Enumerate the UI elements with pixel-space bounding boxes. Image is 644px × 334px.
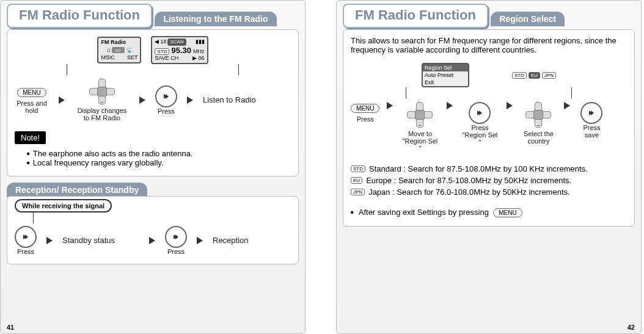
arrow-icon	[59, 96, 65, 104]
reception-caption: Reception	[213, 236, 249, 245]
pointer-line	[33, 212, 34, 223]
play-button[interactable]	[469, 102, 491, 124]
pointer-line	[238, 64, 239, 75]
mode-desc: Europe : Search for 87.5-108.0MHz by 50K…	[366, 176, 571, 185]
radio-tile-icon: ▭	[112, 47, 125, 54]
select-country-caption: Select the country	[520, 130, 557, 145]
note-item: Local frequency ranges vary globally.	[27, 158, 291, 167]
dpad[interactable]: +−	[525, 102, 551, 128]
display-changes-caption: Display changes to FM Radio	[75, 107, 130, 122]
section-region: This allows to search for FM frequency r…	[343, 29, 635, 227]
page-number: 42	[628, 324, 635, 331]
jpn-badge: JPN	[351, 189, 365, 195]
play-button[interactable]	[155, 85, 177, 107]
antenna-icon: 📡	[126, 47, 133, 54]
ch-num: 06	[199, 55, 205, 61]
menu-button[interactable]: MENU	[351, 104, 379, 113]
arrow-icon	[447, 102, 453, 109]
freq-value: 95.30	[171, 46, 191, 56]
preset-num: 18	[160, 38, 166, 45]
arrow-icon	[187, 96, 193, 104]
menu-button[interactable]: MENU	[17, 88, 46, 97]
region-menu-header: Region Sel	[423, 64, 468, 71]
exit-note: After saving exit Settings by pressing	[359, 208, 489, 217]
region-intro: This allows to search for FM frequency r…	[351, 36, 627, 54]
music-note-icon: ♫	[106, 47, 111, 54]
press-caption: Press	[165, 248, 187, 255]
press-caption: Press	[155, 107, 177, 115]
page-41: FM Radio Function Listening to the FM Ra…	[0, 0, 306, 334]
save-ch-label: SAVE CH	[155, 55, 178, 62]
signal-callout: While receiving the signal	[15, 199, 112, 212]
press-caption: Press	[15, 248, 37, 255]
region-menu-item: Exit	[423, 79, 468, 86]
mode-desc: Japan : Search for 76.0-108.0MHz by 50KH…	[368, 187, 570, 197]
std-badge: STD	[351, 165, 365, 172]
listen-caption: Listen to Radio	[203, 95, 256, 104]
arrow-icon	[564, 102, 570, 109]
fm-freq-screen: ◀ 18 SCAN ▮▮▮ STD 95.30 MHz SAVE CH ▶ 06	[151, 36, 208, 64]
screen-set: SET	[127, 54, 138, 61]
note-label: Note!	[15, 131, 46, 144]
page-title: FM Radio Function	[7, 4, 152, 28]
page-number: 41	[7, 324, 14, 331]
arrow-icon	[197, 237, 203, 244]
dpad[interactable]: +−	[407, 102, 433, 128]
section-region-tab: Region Select	[491, 12, 565, 26]
dpad[interactable]: +−	[89, 79, 115, 104]
note-item: The earphone also acts as the radio ante…	[27, 149, 291, 158]
pointer-line	[67, 64, 67, 75]
play-button[interactable]	[15, 226, 37, 248]
section-listening-tab: Listening to the FM Radio	[155, 12, 276, 26]
page-42: FM Radio Function Region Select This all…	[336, 0, 642, 334]
press-hold-caption: Press and hold	[15, 100, 49, 114]
menu-button[interactable]: MENU	[493, 208, 522, 217]
pointer-line	[406, 87, 406, 98]
arrow-icon	[507, 102, 513, 109]
region-menu: Region Sel Auto Preset Exit	[422, 63, 469, 87]
scan-badge: SCAN	[167, 38, 186, 46]
screen-msic: MSIC	[101, 54, 115, 61]
arrow-icon	[149, 237, 155, 244]
std-badge: STD	[512, 72, 527, 79]
freq-unit: MHz	[193, 48, 205, 55]
standby-caption: Standby status	[62, 236, 115, 245]
section-listening: FM Radio ♫ ▭ 📡 MSIC SET ◀ 18 SCAN ▮▮▮	[7, 29, 299, 176]
press-region-caption: Press "Region Sel "	[460, 124, 499, 146]
screen-title: FM Radio	[101, 39, 137, 46]
arrow-icon	[139, 96, 145, 104]
std-badge: STD	[155, 48, 169, 56]
pointer-line	[571, 87, 572, 98]
page-title: FM Radio Function	[343, 4, 488, 28]
region-menu-item: Auto Preset	[423, 71, 468, 79]
press-save-caption: Press save	[577, 124, 606, 139]
section-reception-tab: Reception/ Reception Standby	[7, 183, 147, 197]
move-to-caption: Move to "Region Sel "	[400, 130, 439, 152]
eu-badge: EU	[529, 72, 540, 79]
fm-radio-screen: FM Radio ♫ ▭ 📡 MSIC SET	[97, 37, 141, 64]
eu-badge: EU	[351, 177, 362, 184]
play-button[interactable]	[165, 226, 187, 248]
press-caption: Press	[351, 115, 379, 123]
section-reception: While receiving the signal Press Standby…	[7, 196, 299, 264]
mode-desc: Standard : Search for 87.5-108.0MHz by 1…	[369, 164, 588, 173]
arrow-icon	[46, 237, 53, 244]
arrow-icon	[387, 102, 393, 109]
play-button[interactable]	[580, 102, 602, 124]
jpn-badge: JPN	[542, 72, 556, 79]
